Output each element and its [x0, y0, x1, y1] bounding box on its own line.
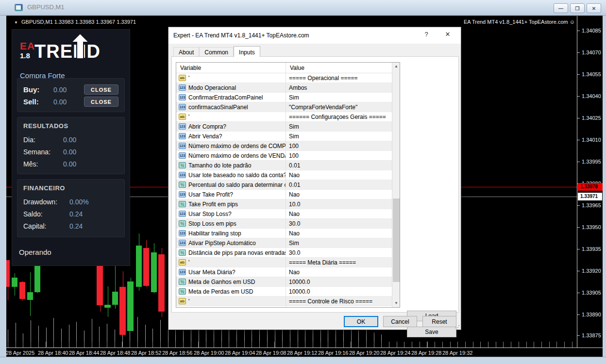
table-row[interactable]: ½Meta de Ganhos em USD10000.0 — [176, 277, 392, 287]
help-button[interactable]: ? — [416, 27, 437, 42]
table-row[interactable]: 123Modo OperacionalAmbos — [176, 83, 392, 93]
variable-value[interactable]: ===== Operacional ===== — [286, 73, 392, 83]
resize-grip[interactable] — [455, 324, 460, 329]
variable-value[interactable]: "CompraForteVendaForte" — [286, 102, 392, 112]
variable-name: Abrir Compra? — [188, 123, 226, 130]
variable-value[interactable]: ===== Meta Diária ===== — [286, 258, 392, 267]
scroll-up-icon[interactable]: ▲ — [392, 63, 400, 70]
window-controls: — ❐ ✕ — [554, 3, 601, 13]
variable-cell: 123Usar Take Profit? — [176, 190, 286, 199]
double-type-icon: ½ — [179, 162, 186, 168]
dia-label: Dia: — [23, 136, 63, 144]
variable-value[interactable]: Nao — [286, 209, 392, 218]
table-row[interactable]: 123 — [176, 306, 392, 308]
close-button[interactable]: ✕ — [587, 3, 601, 13]
restore-button[interactable]: ❐ — [570, 3, 585, 13]
logo-ea-text: EA — [20, 40, 35, 52]
variable-value[interactable]: 100 — [286, 151, 392, 160]
variable-value[interactable]: 0.01 — [286, 180, 392, 189]
scroll-down-icon[interactable]: ▼ — [392, 299, 400, 307]
inputs-table-body: ab'===== Operacional =====123Modo Operac… — [176, 73, 392, 308]
table-row[interactable]: ½Tamanho do lote padrão0.01 — [176, 161, 392, 170]
table-row[interactable]: 123Usar Meta Diária?Nao — [176, 267, 392, 277]
tab-inputs[interactable]: Inputs — [234, 46, 260, 57]
minimize-button[interactable]: — — [554, 3, 568, 13]
table-row[interactable]: ½Stop Loss em pips30.0 — [176, 219, 392, 229]
double-type-icon: ½ — [179, 201, 186, 207]
table-row[interactable]: ½Meta de Perdas em USD10000.0 — [176, 287, 392, 297]
window-titlebar: GBPUSD,M1 — ❐ ✕ — [0, 0, 606, 16]
table-scrollbar[interactable]: ▲ ▼ — [392, 63, 400, 307]
dialog-tabs: About Common Inputs — [173, 46, 260, 57]
table-row[interactable]: ½Percentual do saldo para determinar o l… — [176, 180, 392, 190]
mes-value: 0.00 — [63, 160, 76, 168]
table-row[interactable]: ½Distância de pips para novas entradas30… — [176, 248, 392, 258]
table-row[interactable]: ab'===== Controle de Risco ===== — [176, 297, 392, 306]
table-row[interactable]: 123ConfirmarEntradaComPainelSim — [176, 93, 392, 102]
table-row[interactable]: 123Número máximo de ordens de COMPRA100 — [176, 141, 392, 151]
variable-value[interactable]: 100 — [286, 141, 392, 150]
close-sell-button[interactable]: CLOSE — [84, 97, 118, 107]
variable-value[interactable]: ====== Configuraçoes Gerais ===== — [286, 112, 392, 121]
variable-value[interactable]: Ambos — [286, 83, 392, 92]
scrollbar-thumb[interactable] — [393, 199, 400, 282]
ok-button[interactable]: OK — [344, 316, 378, 327]
table-row[interactable]: 123Usar Stop Loss?Nao — [176, 209, 392, 219]
variable-value[interactable]: 30.0 — [286, 248, 392, 257]
close-buy-button[interactable]: CLOSE — [84, 84, 118, 95]
table-row[interactable]: 123Abrir Venda?Sim — [176, 132, 392, 141]
time-tick-label: 28 Apr 18:48 — [100, 350, 130, 356]
variable-value[interactable]: Nao — [286, 190, 392, 199]
logo-version-text: 1.8 — [20, 51, 30, 60]
variable-name: Meta de Perdas em USD — [188, 288, 253, 295]
integer-type-icon: 123 — [179, 84, 186, 91]
tab-common[interactable]: Common — [199, 47, 234, 57]
table-row[interactable]: ½Take Profit em pips10.0 — [176, 199, 392, 209]
table-row[interactable]: 123Usar lote baseado no saldo da conta?N… — [176, 170, 392, 180]
column-header-value[interactable]: Value — [286, 63, 392, 73]
variable-value[interactable]: Sim — [286, 93, 392, 102]
minimize-icon: — — [558, 6, 563, 11]
variable-value[interactable] — [286, 306, 392, 308]
chart-icon — [15, 4, 23, 11]
variable-name: Usar Meta Diária? — [188, 269, 236, 276]
column-header-variable[interactable]: Variable — [176, 63, 286, 73]
capital-value: 0.24 — [69, 222, 83, 230]
reset-button[interactable]: Reset — [422, 316, 456, 327]
save-button[interactable]: Save — [407, 327, 456, 337]
variable-cell: 123Número máximo de ordens de VENDA — [176, 151, 286, 160]
dialog-titlebar: Expert - EA Trend MT4 v1.8_1441+ TopEAst… — [168, 27, 461, 44]
variable-value[interactable]: ===== Controle de Risco ===== — [286, 297, 392, 306]
double-type-icon: ½ — [179, 182, 186, 188]
table-row[interactable]: ab'===== Meta Diária ===== — [176, 258, 392, 267]
variable-value[interactable]: Nao — [286, 170, 392, 180]
variable-value[interactable]: Nao — [286, 229, 392, 238]
table-row[interactable]: 123Abrir Compra?Sim — [176, 122, 392, 132]
variable-value[interactable]: 10000.0 — [286, 287, 392, 296]
table-row[interactable]: ab'===== Operacional ===== — [176, 73, 392, 83]
variable-value[interactable]: 30.0 — [286, 219, 392, 228]
variable-value[interactable]: 10.0 — [286, 199, 392, 209]
table-row[interactable]: ab'====== Configuraçoes Gerais ===== — [176, 112, 392, 122]
semana-row: Semana: 0.00 — [23, 146, 118, 158]
table-row[interactable]: 123Ativar PipStep AutomáticoSim — [176, 238, 392, 248]
variable-value[interactable]: 0.01 — [286, 161, 392, 170]
financeiro-title: FINANCEIRO — [23, 184, 118, 192]
variable-cell: ab' — [176, 112, 286, 121]
table-row[interactable]: 123Usar Take Profit?Nao — [176, 190, 392, 199]
table-row[interactable]: 123confirmacaoSinalPanel"CompraForteVend… — [176, 102, 392, 112]
table-row[interactable]: 123Habilitar trailing stopNao — [176, 229, 392, 238]
table-row[interactable]: 123Número máximo de ordens de VENDA100 — [176, 151, 392, 161]
variable-value[interactable]: Sim — [286, 132, 392, 141]
variable-name: ConfirmarEntradaComPainel — [188, 94, 263, 101]
double-type-icon: ½ — [179, 220, 186, 227]
tab-about[interactable]: About — [173, 47, 199, 57]
variable-value[interactable]: 10000.0 — [286, 277, 392, 286]
integer-type-icon: 123 — [179, 104, 186, 110]
variable-value[interactable]: Sim — [286, 122, 392, 131]
variable-value[interactable]: Sim — [286, 238, 392, 248]
cancel-button[interactable]: Cancel — [383, 316, 417, 327]
dialog-close-button[interactable]: ✕ — [438, 27, 458, 42]
variable-value[interactable]: Nao — [286, 267, 392, 277]
saldo-value: 0.24 — [69, 210, 83, 218]
